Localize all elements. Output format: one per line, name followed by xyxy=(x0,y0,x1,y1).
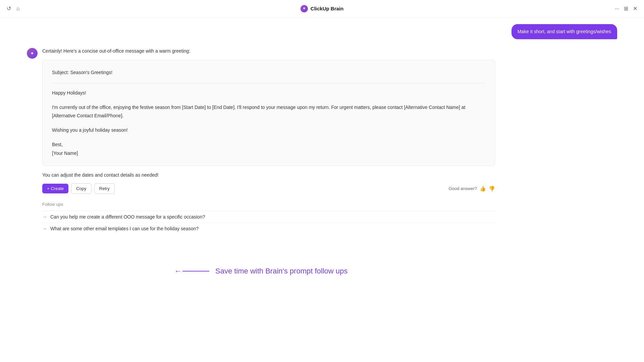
ai-intro-text: Certainly! Here's a concise out-of-offic… xyxy=(42,47,495,55)
email-greeting: Happy Holidays! xyxy=(52,89,485,97)
email-sign-off: Best, xyxy=(52,140,485,149)
copy-button[interactable]: Copy xyxy=(71,183,91,194)
home-icon[interactable]: ⌂ xyxy=(16,6,20,12)
header-left: ↺ ⌂ xyxy=(7,5,20,12)
follow-up-arrow-icon-2: → xyxy=(42,226,47,231)
create-button[interactable]: + Create xyxy=(42,184,68,193)
app-title: ClickUp Brain xyxy=(311,6,343,11)
ai-outro-text: You can adjust the dates and contact det… xyxy=(42,171,495,179)
expand-icon[interactable]: ⊞ xyxy=(624,5,628,12)
email-closing-wish: Wishing you a joyful holiday season! xyxy=(52,126,485,134)
header-center: ✦ ClickUp Brain xyxy=(301,5,343,12)
history-icon[interactable]: ↺ xyxy=(7,5,11,12)
email-subject: Subject: Season's Greetings! xyxy=(52,68,485,77)
user-bubble: Make it short, and start with greetings/… xyxy=(512,24,617,39)
good-answer-label: Good answer? xyxy=(448,186,477,191)
ai-response: ✦ Certainly! Here's a concise out-of-off… xyxy=(27,47,617,234)
retry-button[interactable]: Retry xyxy=(94,183,115,194)
action-buttons-row: + Create Copy Retry Good answer? 👍 👎 xyxy=(42,183,495,194)
email-content-box: Subject: Season's Greetings! Happy Holid… xyxy=(42,60,495,166)
ai-avatar: ✦ xyxy=(27,48,38,59)
follow-up-text-2: What are some other email templates I ca… xyxy=(50,226,199,231)
brain-logo-icon: ✦ xyxy=(301,5,308,12)
thumbs-up-icon[interactable]: 👍 xyxy=(480,186,486,192)
email-divider xyxy=(52,83,485,83)
user-message-text: Make it short, and start with greetings/… xyxy=(518,29,611,34)
ai-content: Certainly! Here's a concise out-of-offic… xyxy=(42,47,495,234)
header: ↺ ⌂ ✦ ClickUp Brain ··· ⊞ ✕ xyxy=(0,0,644,17)
follow-up-text-1: Can you help me create a different OOO m… xyxy=(50,214,205,220)
follow-up-arrow-icon-1: → xyxy=(42,214,47,220)
follow-ups-section: Follow ups → Can you help me create a di… xyxy=(42,202,495,234)
email-body: I'm currently out of the office, enjoyin… xyxy=(52,103,485,120)
main-content: Make it short, and start with greetings/… xyxy=(0,17,644,362)
feedback-area: Good answer? 👍 👎 xyxy=(448,186,495,192)
thumbs-down-icon[interactable]: 👎 xyxy=(489,186,495,192)
follow-ups-title: Follow ups xyxy=(42,202,495,207)
follow-up-item-1[interactable]: → Can you help me create a different OOO… xyxy=(42,211,495,223)
follow-up-item-2[interactable]: → What are some other email templates I … xyxy=(42,223,495,234)
action-buttons-left: + Create Copy Retry xyxy=(42,183,115,194)
close-icon[interactable]: ✕ xyxy=(633,5,637,12)
email-name: [Your Name] xyxy=(52,149,485,158)
header-right: ··· ⊞ ✕ xyxy=(615,5,637,12)
user-message: Make it short, and start with greetings/… xyxy=(27,24,617,39)
more-options-icon[interactable]: ··· xyxy=(615,6,619,12)
